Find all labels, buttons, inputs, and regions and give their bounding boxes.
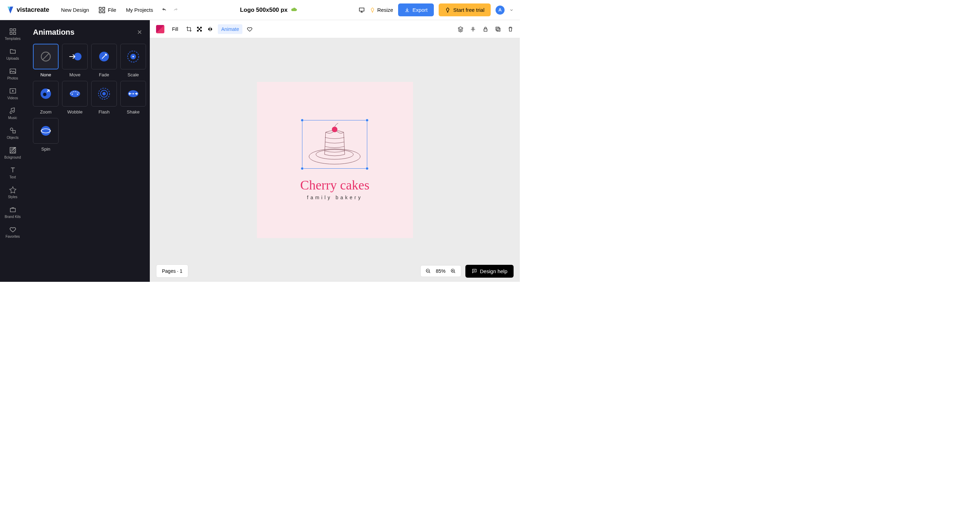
resize-handle-tl[interactable] xyxy=(301,119,304,122)
animations-panel: Animations ✕ None Move Fade Scale Zoom W… xyxy=(25,20,150,282)
logo[interactable]: vistacreate xyxy=(6,6,49,14)
zoom-out-icon[interactable] xyxy=(425,268,431,274)
svg-rect-34 xyxy=(197,27,199,29)
anim-scale[interactable]: Scale xyxy=(120,44,146,77)
diamond-icon xyxy=(370,7,375,13)
svg-point-20 xyxy=(105,54,107,55)
delete-icon[interactable] xyxy=(508,26,514,32)
anim-flash[interactable]: Flash xyxy=(91,81,117,115)
flash-icon xyxy=(97,87,111,100)
resize-handle-tr[interactable] xyxy=(366,119,369,122)
svg-line-17 xyxy=(43,53,49,60)
trial-label: Start free trial xyxy=(453,7,484,13)
present-icon[interactable] xyxy=(359,7,365,13)
anim-zoom[interactable]: Zoom xyxy=(33,81,59,115)
zoom-control: 85% xyxy=(420,265,461,277)
zoom-value[interactable]: 85% xyxy=(436,268,445,274)
redo-icon[interactable] xyxy=(172,7,178,13)
fill-button[interactable]: Fill xyxy=(169,24,182,34)
logo-subtitle-text[interactable]: family bakery xyxy=(257,195,413,200)
chat-icon xyxy=(472,268,477,274)
resize-label: Resize xyxy=(377,7,393,13)
svg-rect-38 xyxy=(200,30,202,32)
new-design-menu[interactable]: New Design xyxy=(56,4,94,16)
wobble-icon xyxy=(68,89,82,98)
transparency-icon[interactable] xyxy=(196,26,202,32)
svg-rect-35 xyxy=(200,27,202,29)
cloud-saved-icon xyxy=(291,8,297,13)
svg-rect-36 xyxy=(199,28,200,30)
anim-fade[interactable]: Fade xyxy=(91,44,117,77)
flip-icon[interactable] xyxy=(207,26,214,32)
fade-icon xyxy=(99,51,110,62)
svg-rect-2 xyxy=(99,7,101,10)
duplicate-icon[interactable] xyxy=(495,26,501,32)
rail-videos[interactable]: Videos xyxy=(0,85,25,103)
svg-point-23 xyxy=(132,56,134,57)
svg-rect-11 xyxy=(10,69,16,73)
spin-icon xyxy=(40,125,52,137)
canvas-area: Fill Animate xyxy=(150,20,520,282)
design-help-button[interactable]: Design help xyxy=(465,265,514,277)
rail-brand-kits[interactable]: Brand Kits xyxy=(0,203,25,222)
diamond-icon xyxy=(445,7,450,13)
scale-icon xyxy=(126,49,140,64)
file-menu[interactable]: File xyxy=(94,4,121,16)
left-rail: Templates Uploads Photos Videos Music Ob… xyxy=(0,20,25,282)
pages-button[interactable]: Pages · 1 xyxy=(156,265,188,277)
help-label: Design help xyxy=(480,268,508,274)
svg-rect-5 xyxy=(103,11,105,13)
anim-none[interactable]: None xyxy=(33,44,59,77)
zoom-in-icon[interactable] xyxy=(450,268,456,274)
svg-rect-40 xyxy=(484,29,487,31)
svg-point-26 xyxy=(70,90,80,97)
svg-rect-7 xyxy=(10,29,12,31)
zoom-icon xyxy=(40,88,52,100)
document-title[interactable]: Logo 500x500 px xyxy=(240,6,288,14)
rail-objects[interactable]: Objects xyxy=(0,124,25,142)
resize-handle-br[interactable] xyxy=(366,167,369,170)
rail-text[interactable]: Text xyxy=(0,163,25,182)
rail-styles[interactable]: Styles xyxy=(0,183,25,202)
top-header: vistacreate New Design File My Projects … xyxy=(0,0,520,20)
rail-music[interactable]: Music xyxy=(0,104,25,123)
selection-box[interactable] xyxy=(302,120,367,169)
heart-icon[interactable] xyxy=(247,26,253,32)
lock-icon[interactable] xyxy=(482,26,488,32)
resize-button[interactable]: Resize xyxy=(370,7,393,13)
resize-handle-bl[interactable] xyxy=(301,167,304,170)
rail-favorites[interactable]: Favorites xyxy=(0,223,25,241)
avatar[interactable]: A xyxy=(496,6,504,14)
panel-title: Animations xyxy=(33,28,75,37)
anim-spin[interactable]: Spin xyxy=(33,118,59,151)
anim-wobble[interactable]: Wobble xyxy=(62,81,88,115)
rail-uploads[interactable]: Uploads xyxy=(0,45,25,63)
crop-icon[interactable] xyxy=(186,26,192,32)
my-projects-link[interactable]: My Projects xyxy=(121,4,158,16)
align-icon[interactable] xyxy=(470,26,476,32)
rail-background[interactable]: Bckground xyxy=(0,144,25,162)
file-label: File xyxy=(108,7,116,13)
animate-button[interactable]: Animate xyxy=(218,24,242,34)
vistacreate-logo-icon xyxy=(6,6,14,14)
layers-icon[interactable] xyxy=(457,26,464,32)
anim-move[interactable]: Move xyxy=(62,44,88,77)
svg-rect-37 xyxy=(197,30,199,32)
undo-icon[interactable] xyxy=(161,7,167,13)
svg-rect-10 xyxy=(13,32,15,34)
export-button[interactable]: Export xyxy=(398,3,434,16)
close-panel-icon[interactable]: ✕ xyxy=(137,29,142,36)
svg-point-31 xyxy=(132,93,134,94)
fill-color-swatch[interactable] xyxy=(156,25,164,33)
grid-icon xyxy=(99,7,105,13)
canvas-center[interactable]: Cherry cakes family bakery xyxy=(150,38,520,282)
rail-photos[interactable]: Photos xyxy=(0,65,25,83)
artboard[interactable]: Cherry cakes family bakery xyxy=(257,82,413,238)
logo-title-text[interactable]: Cherry cakes xyxy=(257,177,413,193)
svg-point-25 xyxy=(43,92,46,96)
start-trial-button[interactable]: Start free trial xyxy=(439,3,491,16)
chevron-down-icon[interactable] xyxy=(509,8,514,12)
rail-templates[interactable]: Templates xyxy=(0,25,25,43)
shake-icon xyxy=(126,89,140,98)
anim-shake[interactable]: Shake xyxy=(120,81,146,115)
